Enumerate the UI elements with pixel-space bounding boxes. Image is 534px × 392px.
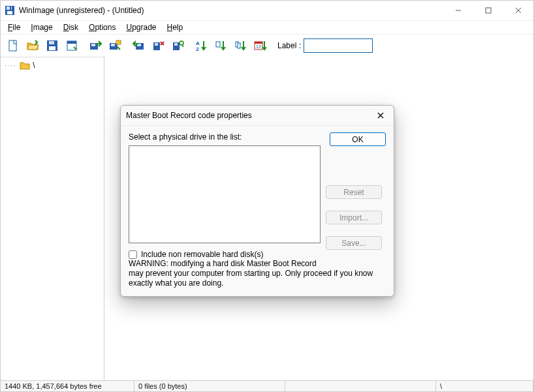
status-bar: 1440 KB, 1,457,664 bytes free 0 files (0… xyxy=(1,380,533,391)
ok-button[interactable]: OK xyxy=(330,132,386,146)
minimize-button[interactable] xyxy=(443,1,473,20)
tree-root-node[interactable]: ···· \ xyxy=(3,60,101,70)
include-non-removable-row[interactable]: Include non removable hard disk(s) xyxy=(129,250,321,259)
title-bar: WinImage (unregistered) - (Untitled) xyxy=(1,1,533,21)
toolbar-open[interactable] xyxy=(24,37,42,55)
save-mbr-button[interactable]: Save... xyxy=(326,236,382,250)
menu-upgrade[interactable]: Upgrade xyxy=(121,22,161,33)
toolbar-inject[interactable] xyxy=(86,37,104,55)
include-non-removable-label: Include non removable hard disk(s) xyxy=(141,250,263,259)
menu-disk[interactable]: Disk xyxy=(59,22,83,33)
svg-rect-34 xyxy=(216,42,220,47)
toolbar-sort-az[interactable]: AZ xyxy=(192,37,210,55)
status-path: \ xyxy=(436,381,533,391)
window-title: WinImage (unregistered) - (Untitled) xyxy=(19,6,144,15)
inject-icon xyxy=(89,39,102,52)
svg-rect-28 xyxy=(174,43,178,46)
tree-connector: ···· xyxy=(5,61,16,70)
toolbar-extract[interactable] xyxy=(129,37,148,55)
status-disk-info: 1440 KB, 1,457,664 bytes free xyxy=(1,381,134,391)
toolbar-next-item[interactable] xyxy=(231,37,249,55)
svg-rect-11 xyxy=(49,46,55,50)
dialog-left-column: Select a physical drive in the list: Inc… xyxy=(129,132,321,259)
close-window-button[interactable] xyxy=(503,1,533,20)
minimize-icon xyxy=(455,7,462,14)
include-non-removable-checkbox[interactable] xyxy=(129,250,137,259)
drive-list[interactable] xyxy=(129,145,321,243)
defrag-icon xyxy=(171,39,184,52)
svg-rect-13 xyxy=(67,41,76,44)
menu-help-rest: elp xyxy=(172,23,183,32)
menu-image-rest: mage xyxy=(33,23,53,32)
svg-rect-8 xyxy=(9,40,16,51)
toolbar-properties[interactable] xyxy=(63,37,81,55)
dialog-body: OK Reset Import... Save... Select a phys… xyxy=(121,126,394,296)
app-window: WinImage (unregistered) - (Untitled) Fil… xyxy=(0,0,534,392)
open-folder-icon xyxy=(26,39,39,52)
dialog-title: Master Boot Record code properties xyxy=(126,111,252,120)
toolbar-label-text: Label : xyxy=(277,41,301,50)
import-button[interactable]: Import... xyxy=(326,211,382,224)
menu-help[interactable]: Help xyxy=(163,22,188,33)
sort-az-icon: AZ xyxy=(195,39,208,52)
menu-file-rest: ile xyxy=(12,23,20,32)
menu-image[interactable]: Image xyxy=(26,22,57,33)
maximize-icon xyxy=(485,7,492,14)
menu-bar: File Image Disk Options Upgrade Help xyxy=(1,21,533,34)
folder-icon xyxy=(20,61,30,70)
maximize-button[interactable] xyxy=(473,1,503,20)
svg-rect-24 xyxy=(155,43,158,46)
toolbar-inject-dir[interactable] xyxy=(106,37,124,55)
extract-icon xyxy=(132,39,145,52)
select-drive-label: Select a physical drive in the list: xyxy=(129,132,321,142)
svg-rect-3 xyxy=(10,7,11,10)
svg-rect-2 xyxy=(7,11,12,14)
svg-rect-5 xyxy=(486,8,491,13)
toolbar-defrag[interactable] xyxy=(168,37,187,55)
calendar-icon: 12 xyxy=(253,39,266,52)
svg-line-30 xyxy=(182,45,183,47)
toolbar-remove[interactable] xyxy=(149,37,167,55)
app-floppy-icon xyxy=(5,5,15,16)
close-icon xyxy=(515,7,522,14)
svg-text:A: A xyxy=(196,40,200,46)
toolbar-calendar[interactable]: 12 xyxy=(251,37,269,55)
svg-rect-19 xyxy=(116,40,121,44)
new-file-icon xyxy=(7,39,20,52)
label-input[interactable] xyxy=(304,38,373,53)
svg-text:Z: Z xyxy=(196,46,199,52)
menu-disk-rest: isk xyxy=(69,23,78,32)
menu-options-rest: ptions xyxy=(95,23,116,32)
remove-icon xyxy=(151,39,165,52)
mbr-dialog: Master Boot Record code properties OK Re… xyxy=(120,105,394,297)
toolbar-prev-item[interactable] xyxy=(212,37,230,55)
svg-point-29 xyxy=(180,41,183,45)
svg-rect-37 xyxy=(238,43,240,48)
svg-text:12: 12 xyxy=(256,44,261,49)
folder-tree[interactable]: ···· \ xyxy=(1,56,104,381)
menu-file[interactable]: File xyxy=(3,22,25,33)
svg-rect-10 xyxy=(49,41,54,44)
tree-root-label: \ xyxy=(33,61,35,70)
reset-button[interactable]: Reset xyxy=(326,185,382,199)
dialog-title-bar: Master Boot Record code properties xyxy=(121,106,394,126)
prev-item-icon xyxy=(214,39,227,52)
dialog-close-button[interactable] xyxy=(373,108,388,123)
menu-upgrade-underline: U xyxy=(126,23,132,32)
status-extra xyxy=(285,381,436,391)
menu-options[interactable]: Options xyxy=(84,22,120,33)
toolbar: AZ 12 Label : xyxy=(1,34,533,57)
next-item-icon xyxy=(234,39,247,52)
menu-help-underline: H xyxy=(167,23,173,32)
close-icon xyxy=(377,112,384,119)
properties-icon xyxy=(65,39,78,52)
toolbar-save[interactable] xyxy=(43,37,61,55)
svg-rect-18 xyxy=(111,44,115,46)
dialog-button-column: OK Reset Import... Save... xyxy=(326,132,386,262)
status-file-count: 0 files (0 bytes) xyxy=(134,381,285,391)
toolbar-new[interactable] xyxy=(4,37,22,55)
inject-dir-icon xyxy=(108,39,121,52)
menu-upgrade-rest: pgrade xyxy=(132,23,156,32)
svg-rect-15 xyxy=(91,44,95,46)
svg-rect-40 xyxy=(255,42,262,44)
